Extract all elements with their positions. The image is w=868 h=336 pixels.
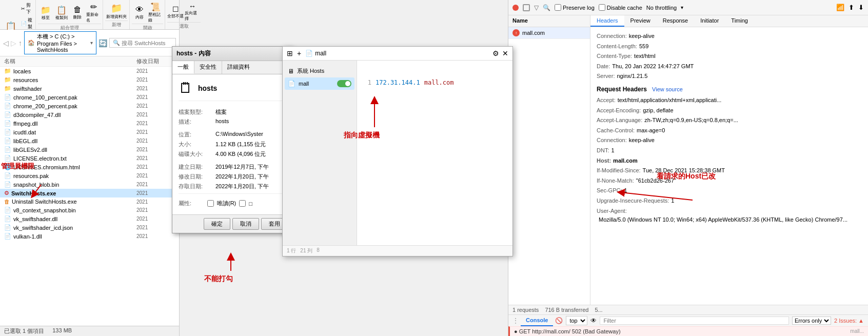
list-item[interactable]: 📄 vulkan-1.dll 2021 [0, 232, 179, 241]
sw-titlebar[interactable]: ⊞ + 📄 mall ⚙ ✕ [283, 47, 512, 61]
sw-settings-icon[interactable]: ⚙ [492, 49, 499, 57]
sw-toggle[interactable] [337, 80, 351, 87]
general-headers-section: Connection: keep-alive Content-Length: 5… [597, 31, 862, 82]
dialog-titlebar[interactable]: hosts - 內容 ✕ [172, 47, 292, 61]
readonly-checkbox[interactable] [207, 200, 214, 207]
sw-sidebar-item-mall[interactable]: 📄 mall [285, 77, 354, 90]
dialog-body: 🗒 hosts 檔案類型: 檔案 描述: hosts 位置: C:\Window… [172, 74, 292, 214]
address-path-box[interactable]: 🏠 本機 > C (C:) > Program Files > SwitchHo… [24, 31, 96, 54]
console-error-row[interactable]: ● GET http://mall.com/ 502 (Bad Gateway)… [508, 326, 868, 336]
rh-name: Accept: [597, 96, 616, 105]
col-name-header[interactable]: 名稱 [4, 57, 136, 65]
list-item[interactable]: 📄 d3dcompiler_47.dll 2021 [0, 110, 179, 119]
list-item[interactable]: 📁 swiftshader 2021 [0, 84, 179, 93]
throttle-dropdown-arrow[interactable]: ▾ [681, 5, 683, 10]
header-value: Thu, 20 Jan 2022 14:47:27 GMT [612, 62, 694, 71]
list-item[interactable]: 📄 ffmpeg.dll 2021 [0, 119, 179, 128]
list-item[interactable]: ⚙ SwitchHosts.exe 2021 [0, 189, 179, 197]
devtools-stop-icon[interactable] [523, 4, 530, 11]
rh-value: keep-alive [629, 136, 655, 145]
list-item[interactable]: 📄 v8_context_snapshot.bin 2021 [0, 206, 179, 214]
folder-icon: 📁 [4, 76, 11, 83]
list-item[interactable]: 📄 chrome_200_percent.pak 2021 [0, 102, 179, 110]
file-date: 2021 [136, 164, 175, 170]
tab-initiator[interactable]: Initiator [694, 15, 725, 27]
issues-badge[interactable]: 2 Issues: ▲ [834, 318, 864, 324]
nav-up[interactable]: ↑ [18, 39, 22, 47]
sw-panel-icon: ⊞ [287, 49, 293, 57]
delete-button[interactable]: 🗑 刪除 [70, 5, 85, 21]
errors-only-select[interactable]: Errors only [792, 317, 831, 325]
file-icon: 📄 [4, 215, 11, 222]
hidden-checkbox[interactable] [239, 200, 246, 207]
network-item-mall[interactable]: ! mall.com [508, 27, 590, 39]
list-item[interactable]: 🗑 Uninstall SwitchHosts.exe 2021 [0, 197, 179, 206]
sw-window-title: 📄 mall [305, 50, 326, 57]
list-item[interactable]: 📁 locales 2021 [0, 67, 179, 75]
console-filter-input[interactable] [600, 317, 789, 325]
list-item[interactable]: 📄 libGLESv2.dll 2021 [0, 145, 179, 154]
sw-content-area[interactable]: 1 172.31.144.1 mall.com [357, 61, 512, 245]
list-item[interactable]: 📄 icudtl.dat 2021 [0, 128, 179, 136]
ok-button[interactable]: 確定 [204, 218, 230, 230]
tab-headers[interactable]: Headers [590, 15, 624, 27]
list-item[interactable]: 📄 vk_swiftshader_icd.json 2021 [0, 223, 179, 232]
move-to-button[interactable]: 📁 移至 [38, 5, 53, 21]
invert-select-button[interactable]: ↔ 反向選擇 [184, 2, 201, 22]
list-item[interactable]: 📄 resources.pak 2021 [0, 171, 179, 180]
sw-line-count: 1 行 [287, 247, 296, 254]
devtools-filter-icon[interactable]: ▽ [534, 4, 539, 11]
sw-close-button[interactable]: ✕ [502, 49, 508, 57]
copy-to-button[interactable]: 📋 複製到 [54, 5, 69, 21]
list-item[interactable]: 📄 LICENSE.electron.txt 2021 [0, 154, 179, 163]
sw-sidebar-item-system[interactable]: 🖥 系統 Hosts [285, 65, 354, 77]
devtools-search-icon[interactable]: 🔍 [543, 4, 550, 11]
list-item[interactable]: 📁 resources 2021 [0, 75, 179, 84]
top-select[interactable]: top [566, 316, 587, 325]
list-item[interactable]: 📄 libEGL.dll 2021 [0, 136, 179, 145]
history-button[interactable]: 📜 歷程記錄 [148, 2, 163, 24]
cancel-button[interactable]: 取消 [232, 218, 259, 230]
status-selected: 已選取 1 個項目 [4, 327, 44, 335]
disable-cache-checkbox[interactable]: Disable cache [599, 4, 642, 11]
tab-details[interactable]: 詳細資料 [222, 61, 255, 74]
rh-value: max-age=0 [637, 126, 665, 135]
eye-icon[interactable]: 👁 [590, 317, 597, 324]
rh-name: Cache-Control: [597, 126, 635, 135]
list-item[interactable]: 📄 chrome_100_percent.pak 2021 [0, 93, 179, 102]
tab-timing[interactable]: Timing [725, 15, 754, 27]
col-date-header[interactable]: 修改日期 [136, 57, 175, 65]
file-date: 2021 [136, 173, 175, 179]
breadcrumb: 本機 > C (C:) > Program Files > SwitchHost… [37, 33, 88, 53]
file-name: SwitchHosts.exe [11, 190, 136, 196]
status-size: 133 MB [52, 327, 72, 335]
copy-button[interactable]: 📄複製 [19, 16, 34, 31]
tab-security[interactable]: 安全性 [194, 61, 222, 74]
rh-value: 1 [671, 196, 674, 206]
new-section: 📁 新增資料夾 新增 [104, 0, 130, 29]
open-section: 👁 內容 📜 歷程記錄 開啟 [130, 0, 165, 29]
rh-name: DNT: [597, 146, 609, 155]
view-source-link[interactable]: View source [652, 86, 683, 92]
preserve-log-checkbox[interactable]: Preserve log [555, 4, 595, 11]
new-folder-button[interactable]: 📁 新增資料夾 [105, 2, 128, 21]
tab-general[interactable]: 一般 [172, 61, 194, 74]
console-tab[interactable]: Console [521, 315, 553, 326]
devtools-red-dot[interactable] [512, 5, 519, 11]
tab-preview[interactable]: Preview [624, 15, 657, 27]
list-item[interactable]: 🌐 LICENSES.chromium.html 2021 [0, 163, 179, 171]
list-item[interactable]: 📄 vk_swiftshader.dll 2021 [0, 214, 179, 223]
select-none-button[interactable]: ☐ 全部不選 [167, 5, 184, 19]
nav-forward[interactable]: ▷ [11, 39, 16, 47]
devtools-status-bar: 1 requests 716 B transferred 5... [508, 305, 868, 314]
tab-response[interactable]: Response [657, 15, 695, 27]
refresh-button[interactable]: 🔄 [98, 39, 107, 47]
search-input[interactable] [122, 40, 165, 46]
sw-plus-icon[interactable]: + [297, 49, 301, 57]
properties-button[interactable]: 👁 內容 [132, 5, 147, 21]
nav-back[interactable]: ◁ [3, 39, 9, 47]
rename-button[interactable]: ✏ 重新命名 [86, 2, 101, 24]
console-stop-icon[interactable]: 🚫 [555, 317, 563, 324]
cut-button[interactable]: ✂剪下 [19, 2, 34, 16]
list-item[interactable]: 📄 snapshot_blob.bin 2021 [0, 180, 179, 189]
